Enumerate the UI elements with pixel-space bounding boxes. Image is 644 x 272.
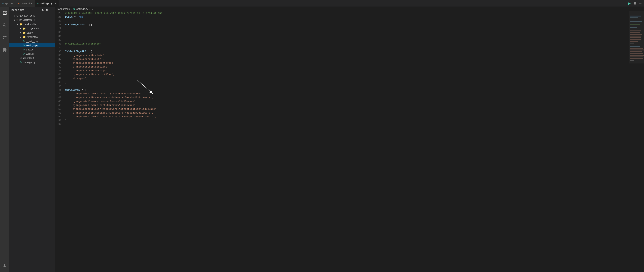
flask-icon: [2, 263, 7, 268]
line-number: 54: [55, 123, 64, 126]
line-number: 36: [55, 54, 64, 57]
extensions-icon: [2, 47, 7, 52]
code-line-46[interactable]: 46 'django.middleware.security.SecurityM…: [55, 92, 629, 96]
editor-wrapper: 25# SECURITY WARNING: don't run with deb…: [55, 11, 629, 272]
code-line-35[interactable]: 35INSTALLED_APPS = [: [55, 50, 629, 54]
templates-item[interactable]: ▶ 📁 templates: [9, 35, 55, 39]
code-line-27[interactable]: 27: [55, 19, 629, 23]
code-line-54[interactable]: 54: [55, 123, 629, 126]
line-number: 25: [55, 11, 64, 15]
init-label: __init__.py: [26, 40, 38, 43]
tab-home-html[interactable]: ● home.html: [16, 0, 35, 7]
tab-label-app-css: app.css: [5, 2, 14, 5]
activity-extensions[interactable]: [0, 45, 9, 54]
static-arrow: ▶: [19, 32, 22, 34]
tab-settings-py[interactable]: ⚙ settings.py ✕: [35, 0, 59, 7]
editor-container: randomsite › ⚙ settings.py › ... 25# SEC…: [55, 7, 644, 272]
code-line-30[interactable]: 30: [55, 31, 629, 34]
code-line-34[interactable]: 34: [55, 46, 629, 50]
wsgi-icon: ⚙: [22, 52, 25, 55]
explorer-header[interactable]: EXPLORER ⊕ ⊞ ···: [9, 7, 55, 14]
breadcrumb-sep1: ›: [71, 8, 72, 10]
code-line-53[interactable]: 53]: [55, 119, 629, 123]
activity-search[interactable]: [0, 21, 9, 30]
code-line-29[interactable]: 29: [55, 27, 629, 31]
urls-icon: ⚙: [22, 48, 25, 51]
line-content: [64, 123, 629, 126]
code-line-40[interactable]: 40 'django.contrib.messages',: [55, 69, 629, 73]
code-line-37[interactable]: 37 'django.contrib.auth',: [55, 57, 629, 61]
line-content: 'django.contrib.admin',: [64, 54, 629, 57]
sidebar: EXPLORER ⊕ ⊞ ··· ▶ OPEN EDITORS ▼ ▾ RAND…: [9, 7, 55, 272]
new-folder-icon[interactable]: ⊞: [45, 8, 48, 12]
init-py-item[interactable]: ⚙ __init__.py: [9, 39, 55, 43]
activity-source-control[interactable]: [0, 33, 9, 42]
activity-flask[interactable]: [0, 261, 9, 270]
manage-py-item[interactable]: ⚙ manage.py: [9, 60, 55, 64]
static-item[interactable]: ▶ 📁 static: [9, 31, 55, 35]
source-control-icon: [2, 35, 7, 40]
pycache-label: __pycache__: [27, 27, 42, 30]
code-editor[interactable]: 25# SECURITY WARNING: don't run with deb…: [55, 11, 629, 126]
randomsite-arrow: ▼: [16, 23, 19, 25]
code-line-41[interactable]: 41 'django.contrib.staticfiles',: [55, 73, 629, 77]
breadcrumb-file-icon: ⚙: [73, 8, 75, 10]
code-line-49[interactable]: 49 'django.middleware.csrf.CsrfViewMiddl…: [55, 103, 629, 107]
code-line-42[interactable]: 42 'storages',: [55, 77, 629, 80]
code-line-51[interactable]: 51 'django.contrib.messages.middleware.M…: [55, 111, 629, 115]
minimap-svg: [629, 11, 644, 272]
open-editors-item[interactable]: ▶ OPEN EDITORS: [9, 14, 55, 18]
line-number: 37: [55, 57, 64, 61]
line-number: 45: [55, 88, 64, 92]
static-label: static: [27, 31, 32, 34]
more-actions-button[interactable]: ···: [638, 1, 642, 6]
code-line-43[interactable]: 43]: [55, 80, 629, 84]
activity-explorer[interactable]: [0, 8, 9, 18]
code-line-39[interactable]: 39 'django.contrib.sessions',: [55, 65, 629, 69]
code-line-32[interactable]: 32: [55, 38, 629, 42]
new-file-icon[interactable]: ⊕: [41, 8, 44, 12]
code-line-25[interactable]: 25# SECURITY WARNING: don't run with deb…: [55, 11, 629, 15]
randomsite-folder-item[interactable]: ▼ 📁 randomsite: [9, 22, 55, 26]
code-line-47[interactable]: 47 'django.contrib.sessions.middleware.S…: [55, 96, 629, 100]
pycache-item[interactable]: ▶ 📁 __pycache__: [9, 26, 55, 31]
tab-close-settings[interactable]: ✕: [54, 2, 56, 5]
templates-label: templates: [27, 36, 38, 38]
project-arrow: ▼: [13, 19, 16, 21]
project-root-item[interactable]: ▼ ▾ RANDOMSITE: [9, 18, 55, 22]
code-line-50[interactable]: 50 'django.contrib.auth.middleware.Authe…: [55, 107, 629, 111]
line-number: 29: [55, 27, 64, 31]
line-number: 38: [55, 61, 64, 65]
code-line-31[interactable]: 31: [55, 34, 629, 38]
code-line-45[interactable]: 45MIDDLEWARE = [: [55, 88, 629, 92]
randomsite-folder-icon: 📁: [20, 23, 22, 26]
code-line-38[interactable]: 38 'django.contrib.contenttypes',: [55, 61, 629, 65]
line-number: 27: [55, 19, 64, 23]
line-content: # SECURITY WARNING: don't run with debug…: [64, 11, 629, 15]
line-number: 26: [55, 15, 64, 19]
split-editor-button[interactable]: ⊟: [633, 1, 637, 6]
open-editors-arrow: ▶: [13, 15, 16, 17]
code-line-33[interactable]: 33# Application definition: [55, 42, 629, 46]
code-line-48[interactable]: 48 'django.middleware.common.CommonMiddl…: [55, 100, 629, 103]
line-number: 46: [55, 92, 64, 96]
settings-py-item[interactable]: ⚙ settings.py: [9, 43, 55, 47]
code-line-26[interactable]: 26DEBUG = True: [55, 15, 629, 19]
code-line-28[interactable]: 28ALLOWED_HOSTS = []: [55, 23, 629, 27]
more-icon[interactable]: ···: [49, 8, 53, 12]
folder-icon: ▾: [16, 19, 18, 22]
code-line-44[interactable]: 44: [55, 84, 629, 88]
manage-label: manage.py: [23, 61, 35, 64]
line-content: 'django.middleware.common.CommonMiddlewa…: [64, 100, 629, 103]
line-content: [64, 31, 629, 34]
wsgi-py-item[interactable]: ⚙ wsgi.py: [9, 52, 55, 56]
line-content: 'django.contrib.contenttypes',: [64, 61, 629, 65]
line-number: 50: [55, 107, 64, 111]
urls-py-item[interactable]: ⚙ urls.py: [9, 47, 55, 52]
manage-icon: ⚙: [20, 61, 22, 64]
code-line-52[interactable]: 52 'django.middleware.clickjacking.XFram…: [55, 115, 629, 119]
code-line-36[interactable]: 36 'django.contrib.admin',: [55, 54, 629, 57]
db-sqlite-item[interactable]: 🗄 db.sqlite3: [9, 56, 55, 60]
tab-app-css[interactable]: ● app.css: [0, 0, 16, 7]
run-button[interactable]: ▶: [628, 1, 631, 6]
